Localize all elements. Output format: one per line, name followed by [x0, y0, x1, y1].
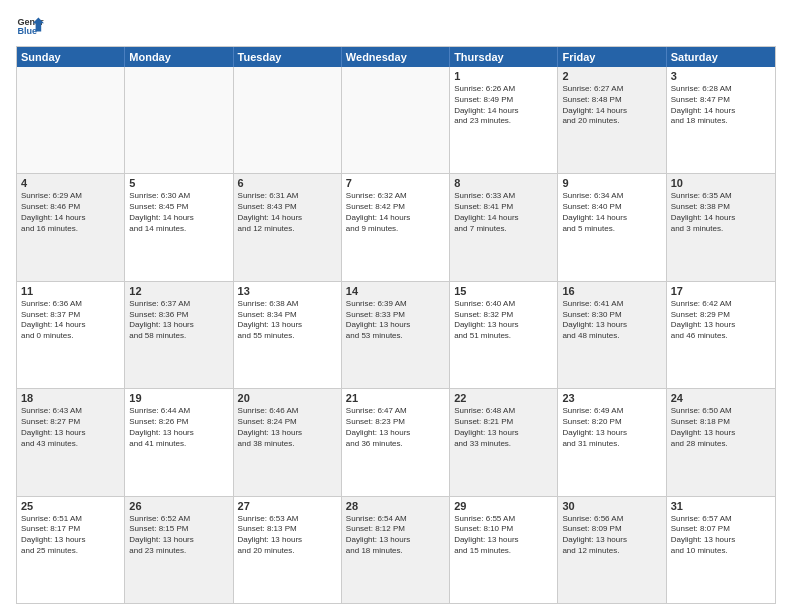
calendar-row-2: 11Sunrise: 6:36 AMSunset: 8:37 PMDayligh…	[17, 281, 775, 388]
cell-info: Sunrise: 6:39 AMSunset: 8:33 PMDaylight:…	[346, 299, 445, 342]
calendar-cell-19: 19Sunrise: 6:44 AMSunset: 8:26 PMDayligh…	[125, 389, 233, 495]
cell-info: Sunrise: 6:26 AMSunset: 8:49 PMDaylight:…	[454, 84, 553, 127]
day-number: 29	[454, 500, 553, 512]
calendar-cell-27: 27Sunrise: 6:53 AMSunset: 8:13 PMDayligh…	[234, 497, 342, 603]
calendar-cell-10: 10Sunrise: 6:35 AMSunset: 8:38 PMDayligh…	[667, 174, 775, 280]
header-day-saturday: Saturday	[667, 47, 775, 67]
day-number: 13	[238, 285, 337, 297]
cell-info: Sunrise: 6:52 AMSunset: 8:15 PMDaylight:…	[129, 514, 228, 557]
calendar-cell-empty	[342, 67, 450, 173]
header-day-monday: Monday	[125, 47, 233, 67]
calendar-cell-28: 28Sunrise: 6:54 AMSunset: 8:12 PMDayligh…	[342, 497, 450, 603]
cell-info: Sunrise: 6:34 AMSunset: 8:40 PMDaylight:…	[562, 191, 661, 234]
calendar-cell-5: 5Sunrise: 6:30 AMSunset: 8:45 PMDaylight…	[125, 174, 233, 280]
calendar-cell-14: 14Sunrise: 6:39 AMSunset: 8:33 PMDayligh…	[342, 282, 450, 388]
calendar-cell-empty	[17, 67, 125, 173]
cell-info: Sunrise: 6:40 AMSunset: 8:32 PMDaylight:…	[454, 299, 553, 342]
calendar-cell-15: 15Sunrise: 6:40 AMSunset: 8:32 PMDayligh…	[450, 282, 558, 388]
day-number: 2	[562, 70, 661, 82]
svg-text:Blue: Blue	[17, 26, 37, 36]
cell-info: Sunrise: 6:38 AMSunset: 8:34 PMDaylight:…	[238, 299, 337, 342]
header-day-thursday: Thursday	[450, 47, 558, 67]
day-number: 24	[671, 392, 771, 404]
day-number: 4	[21, 177, 120, 189]
cell-info: Sunrise: 6:37 AMSunset: 8:36 PMDaylight:…	[129, 299, 228, 342]
day-number: 25	[21, 500, 120, 512]
header-day-wednesday: Wednesday	[342, 47, 450, 67]
day-number: 9	[562, 177, 661, 189]
calendar-cell-empty	[125, 67, 233, 173]
calendar-row-1: 4Sunrise: 6:29 AMSunset: 8:46 PMDaylight…	[17, 173, 775, 280]
calendar-cell-6: 6Sunrise: 6:31 AMSunset: 8:43 PMDaylight…	[234, 174, 342, 280]
cell-info: Sunrise: 6:46 AMSunset: 8:24 PMDaylight:…	[238, 406, 337, 449]
calendar-row-3: 18Sunrise: 6:43 AMSunset: 8:27 PMDayligh…	[17, 388, 775, 495]
cell-info: Sunrise: 6:47 AMSunset: 8:23 PMDaylight:…	[346, 406, 445, 449]
day-number: 10	[671, 177, 771, 189]
header-day-tuesday: Tuesday	[234, 47, 342, 67]
cell-info: Sunrise: 6:30 AMSunset: 8:45 PMDaylight:…	[129, 191, 228, 234]
calendar-row-4: 25Sunrise: 6:51 AMSunset: 8:17 PMDayligh…	[17, 496, 775, 603]
calendar-cell-2: 2Sunrise: 6:27 AMSunset: 8:48 PMDaylight…	[558, 67, 666, 173]
day-number: 5	[129, 177, 228, 189]
calendar-cell-25: 25Sunrise: 6:51 AMSunset: 8:17 PMDayligh…	[17, 497, 125, 603]
cell-info: Sunrise: 6:43 AMSunset: 8:27 PMDaylight:…	[21, 406, 120, 449]
day-number: 7	[346, 177, 445, 189]
calendar-cell-16: 16Sunrise: 6:41 AMSunset: 8:30 PMDayligh…	[558, 282, 666, 388]
cell-info: Sunrise: 6:48 AMSunset: 8:21 PMDaylight:…	[454, 406, 553, 449]
day-number: 11	[21, 285, 120, 297]
cell-info: Sunrise: 6:49 AMSunset: 8:20 PMDaylight:…	[562, 406, 661, 449]
day-number: 23	[562, 392, 661, 404]
day-number: 8	[454, 177, 553, 189]
page-container: General Blue SundayMondayTuesdayWednesda…	[0, 0, 792, 612]
calendar-cell-9: 9Sunrise: 6:34 AMSunset: 8:40 PMDaylight…	[558, 174, 666, 280]
calendar-cell-20: 20Sunrise: 6:46 AMSunset: 8:24 PMDayligh…	[234, 389, 342, 495]
calendar-cell-23: 23Sunrise: 6:49 AMSunset: 8:20 PMDayligh…	[558, 389, 666, 495]
cell-info: Sunrise: 6:31 AMSunset: 8:43 PMDaylight:…	[238, 191, 337, 234]
day-number: 16	[562, 285, 661, 297]
cell-info: Sunrise: 6:44 AMSunset: 8:26 PMDaylight:…	[129, 406, 228, 449]
day-number: 22	[454, 392, 553, 404]
day-number: 14	[346, 285, 445, 297]
cell-info: Sunrise: 6:28 AMSunset: 8:47 PMDaylight:…	[671, 84, 771, 127]
calendar-cell-13: 13Sunrise: 6:38 AMSunset: 8:34 PMDayligh…	[234, 282, 342, 388]
day-number: 30	[562, 500, 661, 512]
calendar-cell-30: 30Sunrise: 6:56 AMSunset: 8:09 PMDayligh…	[558, 497, 666, 603]
day-number: 12	[129, 285, 228, 297]
calendar-cell-empty	[234, 67, 342, 173]
calendar-header: SundayMondayTuesdayWednesdayThursdayFrid…	[17, 47, 775, 67]
cell-info: Sunrise: 6:27 AMSunset: 8:48 PMDaylight:…	[562, 84, 661, 127]
cell-info: Sunrise: 6:33 AMSunset: 8:41 PMDaylight:…	[454, 191, 553, 234]
calendar-cell-8: 8Sunrise: 6:33 AMSunset: 8:41 PMDaylight…	[450, 174, 558, 280]
calendar-cell-26: 26Sunrise: 6:52 AMSunset: 8:15 PMDayligh…	[125, 497, 233, 603]
day-number: 28	[346, 500, 445, 512]
calendar-cell-12: 12Sunrise: 6:37 AMSunset: 8:36 PMDayligh…	[125, 282, 233, 388]
calendar-row-0: 1Sunrise: 6:26 AMSunset: 8:49 PMDaylight…	[17, 67, 775, 173]
calendar-cell-4: 4Sunrise: 6:29 AMSunset: 8:46 PMDaylight…	[17, 174, 125, 280]
day-number: 21	[346, 392, 445, 404]
day-number: 19	[129, 392, 228, 404]
calendar-cell-1: 1Sunrise: 6:26 AMSunset: 8:49 PMDaylight…	[450, 67, 558, 173]
day-number: 18	[21, 392, 120, 404]
header-day-sunday: Sunday	[17, 47, 125, 67]
page-header: General Blue	[16, 12, 776, 40]
cell-info: Sunrise: 6:53 AMSunset: 8:13 PMDaylight:…	[238, 514, 337, 557]
cell-info: Sunrise: 6:56 AMSunset: 8:09 PMDaylight:…	[562, 514, 661, 557]
cell-info: Sunrise: 6:41 AMSunset: 8:30 PMDaylight:…	[562, 299, 661, 342]
cell-info: Sunrise: 6:32 AMSunset: 8:42 PMDaylight:…	[346, 191, 445, 234]
calendar-cell-22: 22Sunrise: 6:48 AMSunset: 8:21 PMDayligh…	[450, 389, 558, 495]
calendar-cell-21: 21Sunrise: 6:47 AMSunset: 8:23 PMDayligh…	[342, 389, 450, 495]
cell-info: Sunrise: 6:57 AMSunset: 8:07 PMDaylight:…	[671, 514, 771, 557]
day-number: 6	[238, 177, 337, 189]
day-number: 26	[129, 500, 228, 512]
day-number: 1	[454, 70, 553, 82]
calendar-cell-31: 31Sunrise: 6:57 AMSunset: 8:07 PMDayligh…	[667, 497, 775, 603]
calendar: SundayMondayTuesdayWednesdayThursdayFrid…	[16, 46, 776, 604]
cell-info: Sunrise: 6:35 AMSunset: 8:38 PMDaylight:…	[671, 191, 771, 234]
day-number: 15	[454, 285, 553, 297]
calendar-body: 1Sunrise: 6:26 AMSunset: 8:49 PMDaylight…	[17, 67, 775, 603]
calendar-cell-7: 7Sunrise: 6:32 AMSunset: 8:42 PMDaylight…	[342, 174, 450, 280]
logo: General Blue	[16, 12, 44, 40]
day-number: 3	[671, 70, 771, 82]
cell-info: Sunrise: 6:51 AMSunset: 8:17 PMDaylight:…	[21, 514, 120, 557]
calendar-cell-11: 11Sunrise: 6:36 AMSunset: 8:37 PMDayligh…	[17, 282, 125, 388]
